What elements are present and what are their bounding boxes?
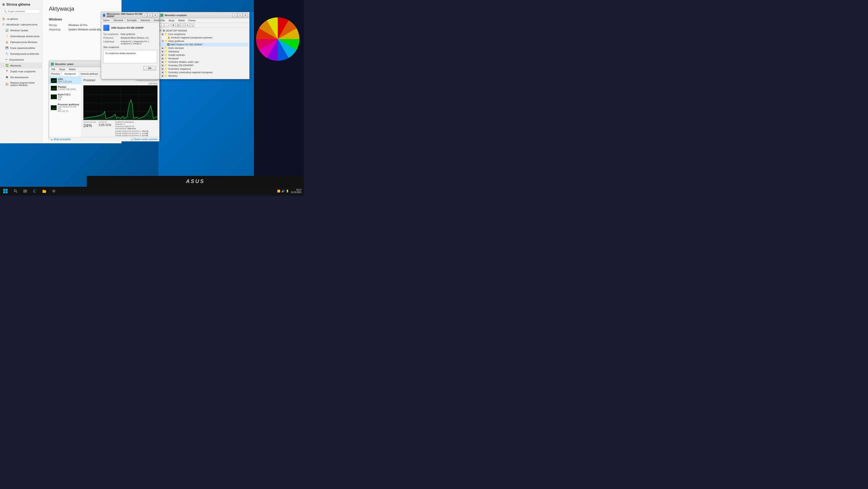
settings-nav-item-insider[interactable]: 🪟 Niejawny program testów systemu Window… <box>0 80 42 88</box>
tm-less-details-container[interactable]: ▲ Mniej szczegółów <box>51 138 71 141</box>
tm-menu-file[interactable]: Plik <box>50 67 57 71</box>
tm-menu-view[interactable]: Widok <box>67 67 77 71</box>
systray-area: 📶 🔊 🔋 <box>277 190 289 193</box>
dm-back-button[interactable]: ← <box>159 23 164 27</box>
amd-tab-events[interactable]: Zdarzenia <box>139 18 152 22</box>
tm-tab-app-history[interactable]: Historia aplikacji <box>78 71 100 77</box>
settings-taskbar-button[interactable] <box>49 187 59 195</box>
amd-tab-resources[interactable]: Zasoby <box>152 18 163 22</box>
cpu-performance-graph <box>83 85 158 120</box>
dm-tree-computer2[interactable]: ▶ 📁 Komputer <box>159 57 248 60</box>
settings-search-input[interactable] <box>8 10 38 12</box>
dm-tree-monitors[interactable]: ▶ 📁 Monitory <box>159 74 248 78</box>
dm-tree-smb[interactable]: ⚠️ Kontroler magistrali zarządzania syst… <box>159 36 248 39</box>
tm-open-monitor[interactable]: Otwórz monitor zasobów <box>134 138 158 141</box>
dm-expand-storage[interactable]: ▶ <box>162 68 164 70</box>
tm-tab-performance[interactable]: Wydajność <box>62 71 79 77</box>
tm-sidebar-gpu[interactable]: Procesor graficzny AMD Radeon RX 580 20%… <box>49 102 82 114</box>
dm-tree-audio[interactable]: ▶ 📁 Kontrolery dźwięku, wideo i gier <box>159 60 248 64</box>
dm-tree-other-devices[interactable]: ▶ 📁 Inne urządzenia <box>159 32 248 36</box>
edge-taskbar-button[interactable] <box>30 187 39 195</box>
amd-ok-button[interactable]: OK <box>144 66 156 70</box>
settings-nav-item-backup[interactable]: 💾 Kopia zapasowa plików <box>0 45 42 51</box>
tm-util-label: Wykorzystanie <box>83 121 96 123</box>
settings-nav-item-security[interactable]: 🔒 Zabezpieczenia Windows <box>0 39 42 45</box>
settings-nav-item-optimize[interactable]: ⚡ Optymalizacja dostarczania <box>0 33 42 39</box>
settings-nav-item-find-device[interactable]: 📍 Znajdź moje urządzenie <box>0 68 42 74</box>
dm-menubar: Plik Akcja Widok Pomoc <box>159 18 249 23</box>
dm-expand-gpu[interactable]: ▼ <box>162 40 164 42</box>
start-button[interactable] <box>0 187 11 195</box>
dm-expand-computer[interactable]: ▼ <box>159 30 162 32</box>
svg-rect-13 <box>24 190 25 191</box>
amd-tab-general[interactable]: Ogólne <box>101 18 112 22</box>
settings-nav-item-update-security[interactable]: 🛡 Aktualizacja i zabezpieczenia <box>0 22 42 27</box>
tm-less-details[interactable]: Mniej szczegółów <box>54 138 71 141</box>
dm-expand-audio[interactable]: ▶ <box>162 61 164 63</box>
tm-sidebar-memory[interactable]: Pamięć 2,3/16,0 GB (14%) <box>49 84 82 92</box>
amd-window-controls: ─ □ ✕ <box>142 13 158 17</box>
settings-nav-item-recovery[interactable]: ↩ Odzyskiwanie <box>0 57 42 62</box>
dm-tree-print[interactable]: ▶ 📁 Kolejki wydruku <box>159 53 248 57</box>
folder-icon-mouse: 📁 <box>164 78 168 78</box>
tm-sidebar-cpu[interactable]: CPU 24% 3,65 GHz <box>49 77 82 84</box>
dm-tree-usb[interactable]: ▶ 📁 Kontrolery uniwersalnej magistrali s… <box>159 70 248 74</box>
system-clock[interactable]: 18:17 12.03.2021 <box>291 189 302 194</box>
disk-mini-graph <box>51 94 57 99</box>
dm-forward-button[interactable]: → <box>164 23 168 27</box>
settings-nav-item-troubleshoot[interactable]: 🔧 Rozwiązywanie problemów <box>0 51 42 57</box>
dm-tree-network[interactable]: ▶ 📁 Karty sieciowe <box>159 46 248 50</box>
tm-sidebar-disk[interactable]: Dysk 0 (C:) SSD0% <box>49 92 82 102</box>
dm-expand-keyboard[interactable]: ▶ <box>162 50 164 53</box>
dm-close-button[interactable]: ✕ <box>243 13 248 17</box>
dm-refresh-button[interactable]: 🔄 <box>176 23 180 27</box>
dm-expand-ide[interactable]: ▶ <box>162 64 164 66</box>
settings-nav-item-windows-update[interactable]: 🔄 Windows Update <box>0 27 42 33</box>
settings-nav-item-dev[interactable]: 💻 Dla deweloperów <box>0 74 42 80</box>
amd-tab-bar: Ogólne Sterownik Szczegóły Zdarzenia Zas… <box>101 18 159 23</box>
dm-props-button[interactable]: 📋 <box>181 23 185 27</box>
dm-menu-action[interactable]: Akcja <box>167 19 176 22</box>
tm-cpu-info: CPU 24% 3,65 GHz <box>58 78 72 83</box>
dm-menu-help[interactable]: Pomoc <box>187 19 197 22</box>
task-view-button[interactable] <box>21 187 30 195</box>
settings-search-container[interactable]: 🔍 <box>2 9 40 14</box>
dm-title-text: Menedżer urządzeń <box>165 14 187 17</box>
dm-tree-keyboard[interactable]: ▶ 📁 Klawiatury <box>159 50 248 53</box>
tm-tab-processes[interactable]: Procesy <box>49 71 62 77</box>
amd-minimize-button[interactable]: ─ <box>142 13 147 17</box>
dm-computer-button[interactable]: 🖥 <box>171 23 175 27</box>
dm-tree-computer[interactable]: ▼ 🖥 DESKTOP-N3I2920 <box>159 29 248 32</box>
dm-menu-view[interactable]: Widok <box>177 19 186 22</box>
dm-expand-computer2[interactable]: ▶ <box>162 57 164 59</box>
dm-uninstall-button[interactable]: ✕ <box>185 23 190 27</box>
dm-window-controls: ─ □ ✕ <box>232 13 248 17</box>
dm-expand-other[interactable]: ▶ <box>162 33 164 35</box>
search-taskbar-button[interactable] <box>11 187 21 195</box>
dm-maximize-button[interactable]: □ <box>238 13 242 17</box>
explorer-taskbar-button[interactable] <box>39 187 49 195</box>
dm-expand-usb[interactable]: ▶ <box>162 71 164 74</box>
dm-expand-network[interactable]: ▶ <box>162 47 164 49</box>
amd-maximize-button[interactable]: □ <box>148 13 152 17</box>
dm-scan-button[interactable]: 🔍 <box>190 23 194 27</box>
dm-tree-storage[interactable]: ▶ 📁 Kontrolery magazynu <box>159 67 248 70</box>
dm-expand-print[interactable]: ▶ <box>162 54 164 56</box>
amd-tab-details[interactable]: Szczegóły <box>125 18 139 22</box>
tm-menu-options[interactable]: Opcje <box>58 67 67 71</box>
dm-tree-gpu-category[interactable]: ▼ 📁 Karty graficzne <box>159 39 248 43</box>
nav-label-find-device: Znajdź moje urządzenie <box>10 70 36 73</box>
update-icon: 🔄 <box>5 29 8 32</box>
settings-nav-item-activation[interactable]: ✅ Aktywacja <box>0 62 42 68</box>
activation-icon: ✅ <box>5 64 8 67</box>
dm-expand-monitors[interactable]: ▶ <box>162 75 164 77</box>
dm-tree-ide[interactable]: ▶ 📁 Kontrolery IDE ATA/ATAPI <box>159 64 248 67</box>
amd-close-button[interactable]: ✕ <box>153 13 158 17</box>
dm-tree-amd-gpu[interactable]: 🖼 AMD Radeon RX 580 2048SP <box>159 43 248 46</box>
dm-tree-mouse[interactable]: ▶ 📁 Mysz i inne urządzenia wskazujące <box>159 78 248 78</box>
tm-open-monitor-container[interactable]: 📊 Otwórz monitor zasobów <box>130 138 158 141</box>
tm-l3-val: 8,0 MB <box>142 135 148 137</box>
dm-minimize-button[interactable]: ─ <box>232 13 237 17</box>
settings-nav-item-home[interactable]: 🏠 na główna <box>0 16 42 22</box>
amd-tab-driver[interactable]: Sterownik <box>112 18 125 22</box>
